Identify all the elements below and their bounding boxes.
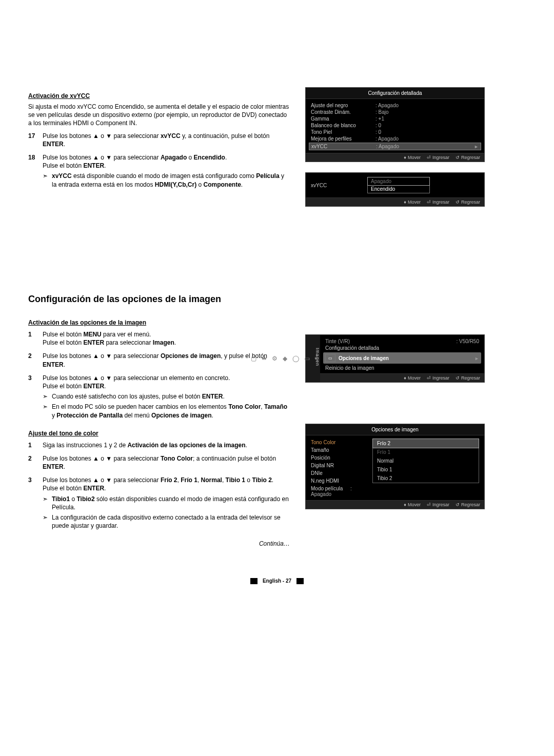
- arrow-right-icon: [474, 144, 479, 149]
- osd1-row-xvycc: xvYCC : Apagado: [309, 143, 481, 150]
- osd-config-detallada: Configuración detallada Ajuste del negro…: [305, 87, 485, 162]
- s2-step-1: 1 Siga las instrucciones 1 y 2 de Activa…: [28, 441, 290, 449]
- subhead-activacion-opciones: Activación de las opciones de la imagen: [28, 319, 290, 326]
- osd2-opt-encendido: Encendido: [368, 185, 429, 193]
- heading-xvycc: Activación de xvYCC: [28, 92, 290, 100]
- osd-opciones-imagen: Opciones de imagen Tono Color Tamaño Pos…: [305, 424, 485, 509]
- main-column-1: Activación de xvYCC Si ajusta el modo xv…: [28, 87, 290, 217]
- osd-imagen-menu: Imagen ▭ ◯ ◆ ⚙ ⬌ ▢ Tinte (V/R) : V50/R50…: [305, 334, 485, 383]
- osd3-selected: ▭ Opciones de imagen: [323, 352, 481, 364]
- arrow-right-icon: [474, 355, 479, 361]
- osd4-title: Opciones de imagen: [306, 424, 484, 435]
- setup-icon: ⚙: [272, 355, 278, 362]
- regresar-hint: Regresar: [456, 155, 480, 160]
- picture-icon: ▭: [325, 354, 335, 362]
- ingresar-hint: Ingresar: [427, 155, 449, 160]
- step-17: 17 Pulse los botones ▲ o ▼ para seleccio…: [28, 132, 290, 148]
- input-icon: ⬌: [262, 355, 267, 362]
- intro-xvycc: Si ajusta el modo xvYCC como Encendido, …: [28, 103, 290, 128]
- heading-config-imagen: Configuración de las opciones de la imag…: [28, 294, 526, 305]
- channel-icon: ◆: [283, 355, 287, 362]
- mover-hint: Mover: [404, 155, 421, 160]
- picture-icon: ▭: [304, 355, 310, 362]
- osd-xvycc-select: xvYCC Apagado Encendido Mover Ingresar R…: [305, 172, 485, 207]
- page-footer: English - 27: [28, 578, 526, 584]
- subhead-ajuste-tono: Ajuste del tono de color: [28, 430, 290, 437]
- side-column-1: Configuración detallada Ajuste del negro…: [305, 87, 485, 217]
- side-column-2: Imagen ▭ ◯ ◆ ⚙ ⬌ ▢ Tinte (V/R) : V50/R50…: [305, 314, 485, 547]
- osd1-title: Configuración detallada: [306, 88, 484, 99]
- continua-label: Continúa…: [28, 540, 290, 547]
- osd2-opt-apagado: Apagado: [367, 177, 430, 186]
- step-18-note: xvYCC está disponible cuando el modo de …: [43, 172, 290, 188]
- osd4-opt-frio2: Frío 2: [372, 439, 479, 448]
- manual-page: Activación de xvYCC Si ajusta el modo xv…: [0, 0, 554, 615]
- s2-step-2: 2 Pulse los botones ▲ o ▼ para seleccion…: [28, 454, 290, 471]
- osd-imagen-icon-bar: Imagen ▭ ◯ ◆ ⚙ ⬌ ▢: [306, 335, 320, 382]
- s2-step-3: 3 Pulse los botones ▲ o ▼ para seleccion…: [28, 476, 290, 530]
- step-18: 18 Pulse los botones ▲ o ▼ para seleccio…: [28, 153, 290, 189]
- s1-step-1: 1 Pulse el botón MENU para ver el menú. …: [28, 330, 290, 347]
- osd4-tono-color: Tono Color: [311, 439, 367, 446]
- sound-icon: ◯: [292, 355, 299, 362]
- main-column-2: Activación de las opciones de la imagen …: [28, 314, 290, 547]
- s1-step-3: 3 Pulse los botones ▲ o ▼ para seleccion…: [28, 374, 290, 420]
- app-icon: ▢: [251, 355, 256, 362]
